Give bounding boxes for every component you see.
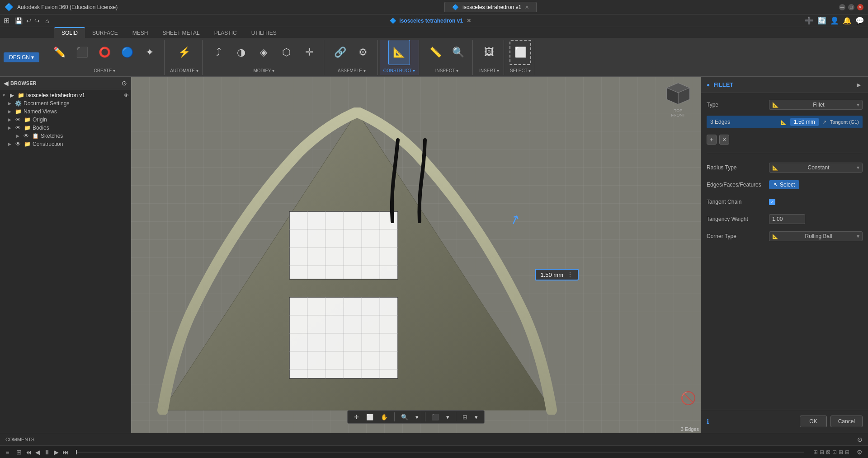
app-grid-icon[interactable]: ⊞ bbox=[4, 16, 9, 25]
browser-close-icon[interactable]: ⊙ bbox=[122, 79, 127, 87]
fillet-icon: ◑ bbox=[237, 47, 245, 58]
account-icon[interactable]: 👤 bbox=[830, 16, 839, 25]
type-select[interactable]: 📐 Fillet ▾ bbox=[769, 100, 863, 110]
fillet-edges-header-row: 3 Edges 📐 1.50 mm ↗ Tangent (G1) bbox=[710, 118, 859, 126]
edges-faces-select-button[interactable]: ↖ Select bbox=[769, 180, 799, 189]
playback-prev[interactable]: ◀ bbox=[35, 449, 40, 456]
display-mode-button[interactable]: ⬛ bbox=[429, 413, 442, 421]
tangent-chain-checkbox[interactable]: ✓ bbox=[769, 199, 775, 205]
tab-solid[interactable]: SOLID bbox=[54, 27, 85, 38]
refresh-icon[interactable]: 🔄 bbox=[817, 16, 826, 25]
fillet-panel-arrow[interactable]: ▶ bbox=[855, 82, 863, 88]
settings-icon[interactable]: ⚙ bbox=[857, 449, 863, 456]
named-views-expand-icon[interactable]: ▶ bbox=[8, 109, 14, 114]
doc-settings-gear-icon: ⚙️ bbox=[14, 100, 22, 107]
revolve-button[interactable]: ⭕ bbox=[94, 40, 115, 65]
press-pull-button[interactable]: ⤴ bbox=[208, 40, 230, 65]
tree-item-root[interactable]: ▼ ▶ 📁 isosceles tetrahedron v1 👁 bbox=[0, 91, 131, 99]
tab-label: isosceles tetrahedron v1 bbox=[462, 4, 521, 10]
shell-button[interactable]: ⬡ bbox=[276, 40, 297, 65]
more-create-button[interactable]: ✦ bbox=[139, 40, 160, 65]
extrude-button[interactable]: ⬛ bbox=[71, 40, 93, 65]
grid-dropdown-btn[interactable]: ▾ bbox=[472, 413, 481, 421]
redo-button[interactable]: ↪ bbox=[34, 17, 40, 24]
joint-button[interactable]: ⚙ bbox=[352, 40, 374, 65]
comments-close-icon[interactable]: ⊙ bbox=[857, 436, 863, 443]
root-doc-icon: ▶ bbox=[8, 92, 15, 98]
nav-cube[interactable]: TOP FRONT bbox=[660, 81, 696, 117]
grid-toggle-button[interactable]: ⊞ bbox=[460, 413, 470, 421]
cancel-button[interactable]: Cancel bbox=[830, 416, 863, 427]
orbit-button[interactable]: ✛ bbox=[351, 413, 362, 421]
chamfer-button[interactable]: ◈ bbox=[253, 40, 275, 65]
inspect-button[interactable]: 🔍 bbox=[447, 40, 469, 65]
assemble-button[interactable]: 🔗 bbox=[330, 40, 351, 65]
sketches-expand-icon[interactable]: ▶ bbox=[16, 134, 23, 138]
undo-button[interactable]: ↩ bbox=[26, 17, 32, 24]
root-eye-icon[interactable]: 👁 bbox=[124, 93, 129, 98]
browser-back-icon[interactable]: ◀ bbox=[4, 79, 9, 87]
radius-type-select[interactable]: 📐 Constant ▾ bbox=[769, 163, 863, 173]
add-button[interactable]: + bbox=[707, 135, 717, 145]
tree-item-named-views[interactable]: ▶ 📁 Named Views bbox=[0, 107, 131, 116]
timeline-track[interactable] bbox=[76, 452, 804, 453]
tangency-weight-input[interactable] bbox=[769, 214, 805, 224]
pan-button[interactable]: ✋ bbox=[378, 413, 391, 421]
root-expand-icon[interactable]: ▼ bbox=[2, 93, 8, 98]
nav-top-label: TOP bbox=[660, 108, 696, 113]
tree-item-sketches[interactable]: ▶ 👁 📋 Sketches bbox=[0, 132, 131, 140]
minimize-button[interactable]: — bbox=[839, 4, 845, 10]
construct-button[interactable]: 📐 bbox=[388, 40, 410, 65]
insert-button[interactable]: 🖼 bbox=[478, 40, 500, 65]
tab-close-icon[interactable]: ✕ bbox=[525, 5, 529, 10]
radius-options-icon[interactable]: ⋮ bbox=[567, 271, 573, 278]
tab-mesh[interactable]: MESH bbox=[125, 28, 156, 38]
frame-button[interactable]: ⬜ bbox=[363, 413, 376, 421]
fillet-icon: 📐 bbox=[780, 119, 787, 125]
doc-settings-expand-icon[interactable]: ▶ bbox=[8, 101, 14, 106]
design-button[interactable]: DESIGN ▾ bbox=[4, 52, 39, 62]
info-icon[interactable]: ℹ bbox=[707, 418, 709, 425]
maximize-button[interactable]: □ bbox=[848, 4, 854, 10]
tree-item-bodies[interactable]: ▶ 👁 📁 Bodies bbox=[0, 124, 131, 132]
tab-surface[interactable]: SURFACE bbox=[85, 28, 125, 38]
zoom-dropdown-btn[interactable]: ▾ bbox=[413, 413, 421, 421]
close-button[interactable]: ✕ bbox=[857, 4, 863, 10]
construction-expand-icon[interactable]: ▶ bbox=[8, 142, 14, 146]
hole-button[interactable]: 🔵 bbox=[116, 40, 138, 65]
playback-skip-start[interactable]: ⏮ bbox=[25, 449, 32, 456]
tree-item-construction[interactable]: ▶ 👁 📁 Construction bbox=[0, 140, 131, 148]
remove-button[interactable]: × bbox=[719, 135, 729, 145]
zoom-button[interactable]: 🔍 bbox=[398, 413, 411, 421]
measure-button[interactable]: 📏 bbox=[425, 40, 446, 65]
playback-pause[interactable]: ⏸ bbox=[44, 449, 50, 456]
origin-expand-icon[interactable]: ▶ bbox=[8, 117, 14, 122]
tree-item-doc-settings[interactable]: ▶ ⚙️ Document Settings bbox=[0, 99, 131, 107]
add-tab-icon[interactable]: ➕ bbox=[805, 16, 814, 25]
playback-play[interactable]: ▶ bbox=[54, 449, 59, 456]
create-sketch-button[interactable]: ✏️ bbox=[48, 40, 70, 65]
automate-button[interactable]: ⚡ bbox=[174, 40, 195, 65]
chat-icon[interactable]: 💬 bbox=[855, 16, 864, 25]
playback-skip-end[interactable]: ⏭ bbox=[62, 449, 69, 456]
viewport[interactable]: ↗ 1.50 mm ⋮ TOP FRONT 🚫 bbox=[131, 77, 701, 433]
tab-sheet-metal[interactable]: SHEET METAL bbox=[155, 28, 207, 38]
move-button[interactable]: ✛ bbox=[298, 40, 320, 65]
fillet-button[interactable]: ◑ bbox=[231, 40, 252, 65]
bell-icon[interactable]: 🔔 bbox=[843, 16, 852, 25]
select-button[interactable]: ⬜ bbox=[509, 40, 531, 65]
tab-utilities[interactable]: UTILITIES bbox=[244, 28, 284, 38]
home-button[interactable]: ⌂ bbox=[45, 17, 49, 24]
modify-label: MODIFY ▾ bbox=[254, 68, 274, 73]
vp-sep3 bbox=[456, 412, 456, 421]
display-mode-dropdown-btn[interactable]: ▾ bbox=[443, 413, 452, 421]
close-tab-icon[interactable]: ✕ bbox=[467, 18, 471, 24]
tree-item-origin[interactable]: ▶ 👁 📁 Origin bbox=[0, 116, 131, 124]
add-remove-btns: + × bbox=[707, 135, 863, 145]
tab-plastic[interactable]: PLASTIC bbox=[207, 28, 244, 38]
quick-save-icon[interactable]: 💾 bbox=[15, 17, 23, 24]
corner-type-select[interactable]: 📐 Rolling Ball ▾ bbox=[769, 231, 863, 241]
radius-input-overlay[interactable]: 1.50 mm ⋮ bbox=[535, 269, 579, 280]
bodies-expand-icon[interactable]: ▶ bbox=[8, 126, 14, 130]
ok-button[interactable]: OK bbox=[800, 416, 826, 427]
